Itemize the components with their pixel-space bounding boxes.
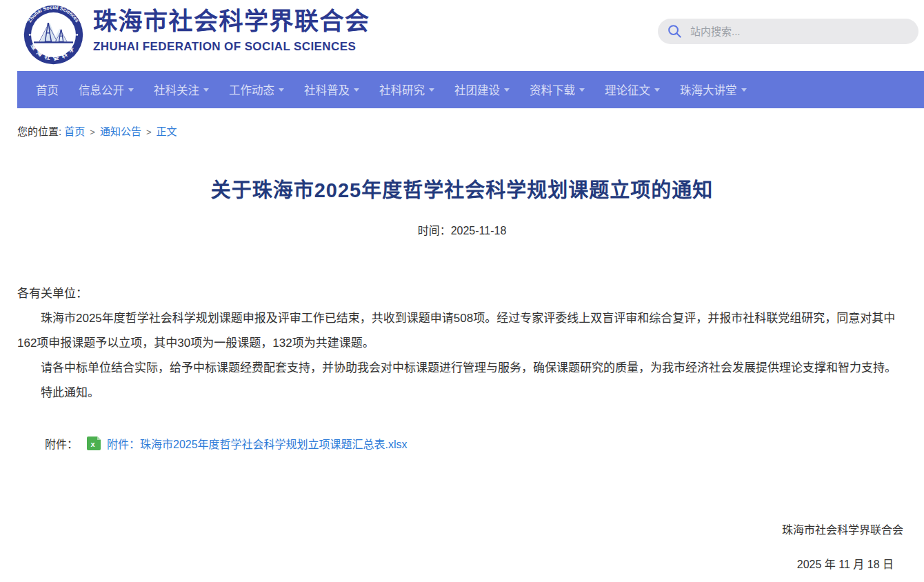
article-body: 各有关单位： 珠海市2025年度哲学社会科学规划课题申报及评审工作已结束，共收到… bbox=[17, 281, 907, 405]
signature-date: 2025 年 11 月 18 日 bbox=[0, 555, 924, 572]
breadcrumb: 您的位置: 首页>通知公告>正文 bbox=[17, 123, 924, 138]
breadcrumb-link-2[interactable]: 通知公告 bbox=[100, 126, 141, 137]
breadcrumb-links: 首页>通知公告>正文 bbox=[64, 126, 177, 137]
search-icon[interactable] bbox=[667, 24, 682, 39]
article-paragraph: 特此通知。 bbox=[17, 381, 907, 405]
breadcrumb-prefix: 您的位置: bbox=[17, 126, 61, 137]
chevron-down-icon bbox=[504, 88, 510, 92]
nav-item-home[interactable]: 首页 bbox=[32, 81, 63, 98]
chevron-down-icon bbox=[354, 88, 359, 92]
page-title: 关于珠海市2025年度哲学社会科学规划课题立项的通知 bbox=[28, 174, 896, 203]
nav-item-label: 首页 bbox=[36, 81, 59, 98]
breadcrumb-separator: > bbox=[90, 127, 95, 137]
nav-item-label: 社科普及 bbox=[304, 81, 350, 98]
nav-item-science-research[interactable]: 社科研究 bbox=[375, 81, 439, 98]
nav-item-label: 工作动态 bbox=[229, 81, 274, 98]
nav-item-zhuhai-lecture-hall[interactable]: 珠海大讲堂 bbox=[676, 81, 751, 98]
nav-item-label: 社科关注 bbox=[154, 81, 199, 98]
excel-file-icon: x bbox=[86, 435, 102, 452]
search-input[interactable] bbox=[689, 25, 909, 38]
nav-item-social-science-focus[interactable]: 社科关注 bbox=[150, 81, 213, 98]
site-name-english: ZHUHAI FEDERATION OF SOCIAL SCIENCES bbox=[93, 40, 370, 54]
seal-bridge-icon: Zhuhai Social Sciences 珠海社会科学 bbox=[23, 4, 84, 66]
nav-item-science-popularization[interactable]: 社科普及 bbox=[300, 81, 363, 98]
main-nav: 首页信息公开社科关注工作动态社科普及社科研究社团建设资料下载理论征文珠海大讲堂 bbox=[17, 71, 924, 108]
chevron-down-icon bbox=[654, 88, 660, 92]
chevron-down-icon bbox=[203, 88, 209, 92]
site-logo[interactable]: Zhuhai Social Sciences 珠海社会科学 bbox=[23, 4, 84, 66]
site-search[interactable] bbox=[658, 19, 918, 44]
article-salutation: 各有关单位： bbox=[17, 281, 907, 306]
nav-item-work-news[interactable]: 工作动态 bbox=[225, 81, 288, 98]
attachment-label: 附件： bbox=[45, 435, 78, 452]
attachment-link[interactable]: 附件：珠海市2025年度哲学社会科学规划立项课题汇总表.xlsx bbox=[107, 435, 408, 452]
site-title-block[interactable]: 珠海市社会科学界联合会 ZHUHAI FEDERATION OF SOCIAL … bbox=[93, 8, 370, 54]
nav-item-label: 社团建设 bbox=[454, 81, 500, 98]
nav-item-theory-essays[interactable]: 理论征文 bbox=[601, 81, 664, 98]
chevron-down-icon bbox=[579, 88, 585, 92]
signature-organization: 珠海市社会科学界联合会 bbox=[0, 521, 924, 537]
chevron-down-icon bbox=[741, 88, 747, 92]
article-paragraph: 请各中标单位结合实际，给予中标课题经费配套支持，并协助我会对中标课题进行管理与服… bbox=[17, 356, 907, 381]
breadcrumb-link-3[interactable]: 正文 bbox=[157, 126, 177, 137]
nav-item-label: 信息公开 bbox=[79, 81, 124, 98]
breadcrumb-link-1[interactable]: 首页 bbox=[64, 126, 85, 137]
nav-item-label: 理论征文 bbox=[605, 81, 650, 98]
chevron-down-icon bbox=[429, 88, 434, 92]
article-paragraph: 珠海市2025年度哲学社会科学规划课题申报及评审工作已结束，共收到课题申请508… bbox=[17, 306, 907, 356]
site-header: Zhuhai Social Sciences 珠海社会科学 bbox=[0, 0, 924, 71]
site-name: 珠海市社会科学界联合会 bbox=[93, 8, 370, 35]
nav-item-info-disclosure[interactable]: 信息公开 bbox=[74, 81, 138, 98]
nav-item-label: 资料下载 bbox=[530, 81, 575, 98]
svg-text:x: x bbox=[90, 440, 95, 448]
nav-item-label: 珠海大讲堂 bbox=[680, 81, 737, 98]
article-timestamp: 时间：2025-11-18 bbox=[0, 221, 924, 238]
chevron-down-icon bbox=[128, 88, 134, 92]
nav-item-downloads[interactable]: 资料下载 bbox=[525, 81, 589, 98]
attachment-row: 附件： x 附件：珠海市2025年度哲学社会科学规划立项课题汇总表.xlsx bbox=[45, 435, 924, 452]
breadcrumb-separator: > bbox=[146, 127, 152, 137]
nav-item-label: 社科研究 bbox=[379, 81, 425, 98]
nav-item-association-building[interactable]: 社团建设 bbox=[450, 81, 514, 98]
chevron-down-icon bbox=[279, 88, 284, 92]
